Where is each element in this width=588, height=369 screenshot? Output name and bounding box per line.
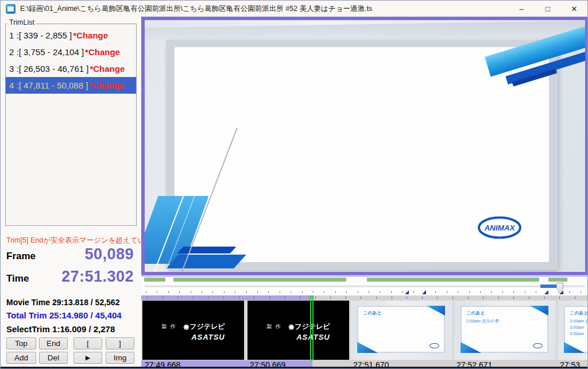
trim-list-item[interactable]: 2 :[ 3,755 - 24,104 ] *Change bbox=[6, 44, 136, 60]
schedule-line: 3:00am bbox=[570, 324, 588, 330]
ruler-tick bbox=[280, 291, 280, 293]
filmstrip-thumbnail[interactable]: 製 作 ◉フジテレビ ASATSU bbox=[142, 301, 244, 360]
ruler-tick bbox=[291, 291, 291, 293]
filmstrip-tick bbox=[284, 297, 285, 299]
end-button[interactable]: End bbox=[39, 337, 68, 349]
trim-end-bracket-button[interactable]: ] bbox=[106, 337, 134, 349]
safety-warning-text: Trim[5] Endが安全表示マージンを超えています bbox=[6, 236, 141, 245]
maximize-button[interactable]: □ bbox=[535, 1, 561, 17]
filmstrip-tick bbox=[392, 297, 392, 299]
trim-item-change-flag: *Change bbox=[89, 80, 124, 90]
schedule-line: 3:30am bbox=[570, 330, 588, 337]
trim-start-bracket-button[interactable]: [ bbox=[74, 337, 102, 349]
app-window: E:\録画\01_Anime\こちら葛飾区亀有公園前派出所\こちら葛飾区亀有公園… bbox=[0, 0, 588, 369]
window-controls: – □ ✕ bbox=[508, 1, 587, 17]
filmstrip-tick bbox=[361, 297, 361, 299]
fujitv-logo-text: ◉フジテレビ bbox=[289, 322, 330, 332]
filmstrip-thumbnail[interactable]: このあと bbox=[351, 301, 452, 360]
ruler-tick bbox=[581, 291, 581, 293]
trim-segment bbox=[173, 278, 347, 282]
trim-list-item[interactable]: 4 :[ 47,811 - 50,088 ] *Change bbox=[6, 77, 136, 94]
play-button[interactable]: ▶ bbox=[74, 352, 102, 364]
ruler-tick bbox=[525, 291, 525, 293]
ruler-tick bbox=[447, 291, 447, 293]
filmstrip-thumbnail[interactable]: このあと 2:00am 北斗の拳3:00am3:30am bbox=[558, 301, 588, 360]
time-value: 27:51.302 bbox=[61, 268, 134, 286]
filmstrip-tick bbox=[315, 297, 316, 299]
ruler-tick bbox=[202, 291, 202, 293]
ruler-tick bbox=[146, 291, 146, 293]
filmstrip-tick bbox=[163, 297, 163, 299]
filmstrip-tick bbox=[193, 297, 194, 299]
trim-list-item[interactable]: 1 :[ 339 - 2,855 ] *Change bbox=[6, 27, 136, 44]
filmstrip-tick bbox=[147, 297, 148, 299]
ruler-tick bbox=[358, 291, 358, 293]
filmstrip-selection-highlight bbox=[141, 295, 312, 300]
ruler-tick bbox=[536, 291, 536, 293]
trim-control-panel: TrimList 1 :[ 339 - 2,855 ] *Change 2 :[… bbox=[1, 17, 141, 368]
filmstrip-tick bbox=[239, 297, 239, 299]
filmstrip-tick bbox=[300, 297, 300, 299]
blue-corner-bottom-left bbox=[564, 342, 585, 353]
filmstrip-tick bbox=[254, 297, 254, 299]
fujitv-logo-text: ◉フジテレビ bbox=[184, 322, 225, 332]
ruler-marker-icon bbox=[405, 290, 409, 294]
slider-track[interactable] bbox=[145, 285, 585, 287]
ruler-tick bbox=[335, 291, 336, 293]
asatsu-credit-text: ASATSU bbox=[191, 333, 225, 341]
ruler-tick bbox=[402, 291, 403, 293]
filmstrip-thumbnails: 製 作 ◉フジテレビ ASATSU 製 作 ◉フジテレビ ASATSU このあと bbox=[141, 300, 588, 360]
seisaku-credit-text: 製 作 bbox=[161, 323, 177, 330]
total-trim-text: Total Trim 25:14.980 / 45,404 bbox=[6, 310, 122, 320]
filmstrip-tick bbox=[346, 297, 346, 299]
frame-label: Frame bbox=[6, 251, 36, 262]
schedule-caption: このあと bbox=[466, 310, 485, 316]
schedule-caption: このあと bbox=[363, 310, 382, 316]
fujitv-eye-icon: ◉ bbox=[289, 323, 295, 330]
top-button[interactable]: Top bbox=[6, 337, 36, 349]
schedule-line: 2:00am 北斗の拳 bbox=[570, 318, 588, 324]
ruler-tick bbox=[235, 291, 235, 293]
img-button[interactable]: Img bbox=[106, 352, 134, 364]
ruler-tick bbox=[435, 291, 436, 293]
select-trim-text: SelectTrim 1:16.009 / 2,278 bbox=[6, 324, 115, 334]
trim-item-range: 1 :[ 339 - 2,855 ] bbox=[9, 30, 72, 40]
trim-item-change-flag: *Change bbox=[73, 30, 108, 40]
seisaku-credit-text: 製 作 bbox=[266, 323, 282, 330]
fujitv-eye-icon: ◉ bbox=[184, 323, 189, 330]
ruler-tick bbox=[179, 291, 180, 293]
filmstrip-tick bbox=[223, 297, 224, 299]
trim-item-range: 4 :[ 47,811 - 50,088 ] bbox=[9, 80, 88, 90]
filmstrip-thumbnail[interactable]: このあと 2:00am 北斗の拳 bbox=[454, 301, 556, 360]
ruler-tick bbox=[157, 291, 157, 293]
animax-logo-text: ANIMAX bbox=[483, 224, 515, 232]
playhead-line[interactable] bbox=[310, 295, 314, 360]
close-button[interactable]: ✕ bbox=[561, 1, 587, 17]
ruler-tick bbox=[302, 291, 303, 293]
ruler-tick bbox=[480, 291, 481, 293]
filmstrip-tick bbox=[376, 297, 377, 299]
mini-animax-logo bbox=[533, 343, 543, 348]
trim-segment bbox=[367, 278, 539, 282]
trim-list[interactable]: 1 :[ 339 - 2,855 ] *Change 2 :[ 3,755 - … bbox=[5, 24, 137, 226]
slider-selection-fill bbox=[540, 285, 560, 288]
ruler-tick bbox=[469, 291, 470, 293]
add-button[interactable]: Add bbox=[6, 352, 36, 364]
trim-item-change-flag: *Change bbox=[85, 47, 120, 57]
trim-segment bbox=[144, 278, 165, 282]
filmstrip-thumbnail[interactable]: 製 作 ◉フジテレビ ASATSU bbox=[247, 301, 349, 360]
ruler-tick bbox=[413, 291, 414, 293]
titlebar: E:\録画\01_Anime\こちら葛飾区亀有公園前派出所\こちら葛飾区亀有公園… bbox=[1, 1, 587, 17]
filmstrip-tick bbox=[498, 297, 499, 299]
trim-list-item[interactable]: 3 :[ 26,503 - 46,761 ] *Change bbox=[6, 60, 136, 77]
frame-ruler bbox=[141, 289, 588, 295]
ruler-tick bbox=[491, 291, 492, 293]
ruler-tick bbox=[346, 291, 347, 293]
ruler-tick bbox=[391, 291, 392, 293]
minimize-button[interactable]: – bbox=[508, 1, 535, 17]
del-button[interactable]: Del bbox=[39, 352, 68, 364]
blue-band-bottom-left bbox=[166, 255, 246, 268]
schedule-line: 2:00am 北斗の拳 bbox=[466, 318, 545, 324]
trimlist-label: TrimList bbox=[7, 18, 36, 26]
ruler-tick bbox=[268, 291, 269, 293]
